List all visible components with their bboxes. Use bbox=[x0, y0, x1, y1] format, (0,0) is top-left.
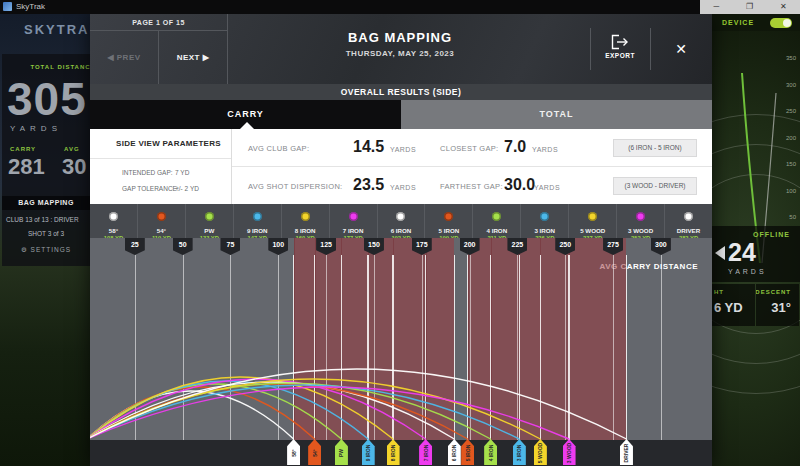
results-tabs: CARRY TOTAL bbox=[90, 100, 712, 129]
avg-label: AVG bbox=[64, 146, 80, 152]
club-header-row: 58°108 YD54°119 YDPW133 YD9 IRON147 YD8 … bbox=[90, 204, 712, 238]
window-title: SkyTrak bbox=[16, 2, 45, 11]
club-landing-tag: 58° bbox=[287, 439, 300, 465]
club-progress: CLUB 13 of 13 : DRIVER bbox=[6, 216, 79, 223]
club-name: DRIVER bbox=[665, 227, 712, 234]
intended-gap-label: INTENDED GAP: bbox=[122, 169, 173, 176]
club-name: 5 WOOD bbox=[569, 227, 616, 234]
app-icon bbox=[3, 2, 12, 11]
club-color-dot-icon bbox=[636, 212, 645, 221]
minimize-icon[interactable]: ─ bbox=[713, 0, 719, 14]
stat-row-2: AVG SHOT DISPERSION: 23.5 YARDS FARTHEST… bbox=[232, 167, 712, 205]
club-color-dot-icon bbox=[540, 212, 549, 221]
club-header-item: 8 IRON160 YD bbox=[281, 204, 329, 238]
trajectory-arcs bbox=[90, 238, 712, 440]
intended-gap-row: INTENDED GAP: 7 YD bbox=[122, 169, 173, 176]
tab-total[interactable]: TOTAL bbox=[401, 100, 712, 129]
close-window-icon[interactable]: ✕ bbox=[780, 0, 787, 14]
club-name: 3 WOOD bbox=[617, 227, 664, 234]
club-landing-tag-label: 8 IRON bbox=[390, 445, 396, 462]
height-value: 6 YD bbox=[714, 300, 743, 315]
prev-page-button[interactable]: ◀ PREV bbox=[90, 31, 159, 84]
carry-distance-chart: AVG CARRY DISTANCE 255075100125150175200… bbox=[90, 238, 712, 440]
window-titlebar: SkyTrak ─ ❐ ✕ bbox=[0, 0, 800, 14]
club-name: 5 IRON bbox=[425, 227, 472, 234]
page-indicator: PAGE 1 OF 15 bbox=[90, 14, 228, 31]
club-name: 6 IRON bbox=[378, 227, 425, 234]
export-button[interactable]: EXPORT bbox=[592, 30, 648, 70]
club-landing-tag-label: 58° bbox=[291, 450, 297, 458]
range-tick-label: 50 bbox=[789, 214, 796, 220]
maximize-icon[interactable]: ❐ bbox=[746, 0, 753, 14]
club-header-item: PW133 YD bbox=[185, 204, 233, 238]
club-name: 58° bbox=[90, 227, 137, 234]
descent-value: 31° bbox=[771, 300, 791, 315]
avg-dispersion-unit: YARDS bbox=[390, 184, 416, 191]
background-right-panel: 35030025020015010050 OFFLINE 24 YARDS HT… bbox=[712, 14, 800, 466]
device-label: DEVICE bbox=[722, 19, 754, 26]
offline-label: OFFLINE bbox=[753, 231, 790, 238]
club-landing-tag-label: 4 IRON bbox=[488, 445, 494, 462]
club-header-item: DRIVER282 YD bbox=[664, 204, 712, 238]
farthest-gap-label: FARTHEST GAP: bbox=[440, 182, 503, 191]
next-page-button[interactable]: NEXT ▶ bbox=[159, 31, 228, 84]
shot-progress: SHOT 3 of 3 bbox=[6, 230, 86, 237]
header-divider bbox=[590, 28, 591, 70]
descent-cell: DESCENT 31° bbox=[756, 284, 799, 326]
flight-stats-row: HT 6 YD DESCENT 31° bbox=[712, 284, 800, 326]
range-tick-label: 300 bbox=[786, 82, 796, 88]
height-label: HT bbox=[714, 289, 724, 295]
dialog-header: PAGE 1 OF 15 ◀ PREV NEXT ▶ BAG MAPPING T… bbox=[90, 14, 712, 84]
club-landing-tag: 54° bbox=[308, 439, 321, 465]
gap-tolerance-value: +/- 2 YD bbox=[175, 185, 199, 192]
avg-club-gap-unit: YARDS bbox=[390, 146, 416, 153]
avg-club-gap-label: AVG CLUB GAP: bbox=[248, 144, 309, 153]
club-header-item: 7 IRON177 YD bbox=[329, 204, 377, 238]
club-color-dot-icon bbox=[349, 212, 358, 221]
club-header-item: 58°108 YD bbox=[90, 204, 137, 238]
avg-dispersion-label: AVG SHOT DISPERSION: bbox=[248, 182, 343, 191]
device-toggle[interactable] bbox=[770, 18, 792, 28]
bag-mapping-dialog: PAGE 1 OF 15 ◀ PREV NEXT ▶ BAG MAPPING T… bbox=[90, 14, 712, 466]
total-distance-label: TOTAL DISTANCE bbox=[8, 64, 90, 70]
trajectory-pw bbox=[90, 384, 341, 439]
range-tick-label: 350 bbox=[786, 55, 796, 61]
club-landing-tag: 4 IRON bbox=[484, 439, 497, 465]
export-label: EXPORT bbox=[592, 52, 648, 59]
toggle-knob-icon bbox=[783, 19, 791, 27]
close-dialog-button[interactable]: ✕ bbox=[665, 36, 697, 62]
club-color-dot-icon bbox=[253, 212, 262, 221]
club-header-item: 54°119 YD bbox=[137, 204, 185, 238]
club-header-item: 3 IRON226 YD bbox=[520, 204, 568, 238]
club-header-item: 3 WOOD252 YD bbox=[616, 204, 664, 238]
closest-gap-unit: YARDS bbox=[532, 146, 558, 153]
side-view-parameters: SIDE VIEW PARAMETERS INTENDED GAP: 7 YD … bbox=[90, 129, 232, 204]
dialog-title: BAG MAPPING bbox=[270, 30, 530, 45]
club-header-item: 6 IRON192 YD bbox=[377, 204, 425, 238]
club-header-item: 5 WOOD237 YD bbox=[568, 204, 616, 238]
dialog-subtitle: THURSDAY, MAY 25, 2023 bbox=[270, 49, 530, 58]
total-distance-unit: YARDS bbox=[10, 124, 62, 133]
carry-label: CARRY bbox=[10, 146, 36, 152]
club-color-dot-icon bbox=[157, 212, 166, 221]
dialog-title-block: BAG MAPPING THURSDAY, MAY 25, 2023 bbox=[270, 30, 530, 58]
club-color-dot-icon bbox=[396, 212, 405, 221]
carry-value: 281 bbox=[8, 154, 45, 180]
club-landing-tag: DRIVER bbox=[620, 439, 633, 465]
background-left-panel: SKYTRAK TOTAL DISTANCE 305 YARDS CARRY 2… bbox=[0, 14, 90, 466]
descent-label: DESCENT bbox=[756, 289, 791, 295]
club-landing-tag: 7 IRON bbox=[419, 439, 432, 465]
export-icon bbox=[610, 34, 630, 50]
settings-button[interactable]: ⚙ SETTINGS bbox=[6, 246, 86, 254]
app-window: SkyTrak ─ ❐ ✕ SKYTRAK TOTAL DISTANCE 305… bbox=[0, 0, 800, 466]
offline-unit: YARDS bbox=[728, 268, 767, 275]
farthest-gap-unit: YARDS bbox=[534, 184, 560, 191]
range-tick-label: 250 bbox=[786, 108, 796, 114]
total-distance-value: 305 bbox=[7, 72, 87, 126]
closest-gap-value: 7.0 bbox=[504, 138, 526, 156]
club-landing-tag: PW bbox=[335, 439, 348, 465]
club-header-item: 4 IRON211 YD bbox=[472, 204, 520, 238]
trajectory-4iron bbox=[90, 383, 491, 439]
bag-mapping-mode-label: BAG MAPPING bbox=[2, 196, 90, 210]
club-landing-tag-label: DRIVER bbox=[623, 444, 629, 463]
